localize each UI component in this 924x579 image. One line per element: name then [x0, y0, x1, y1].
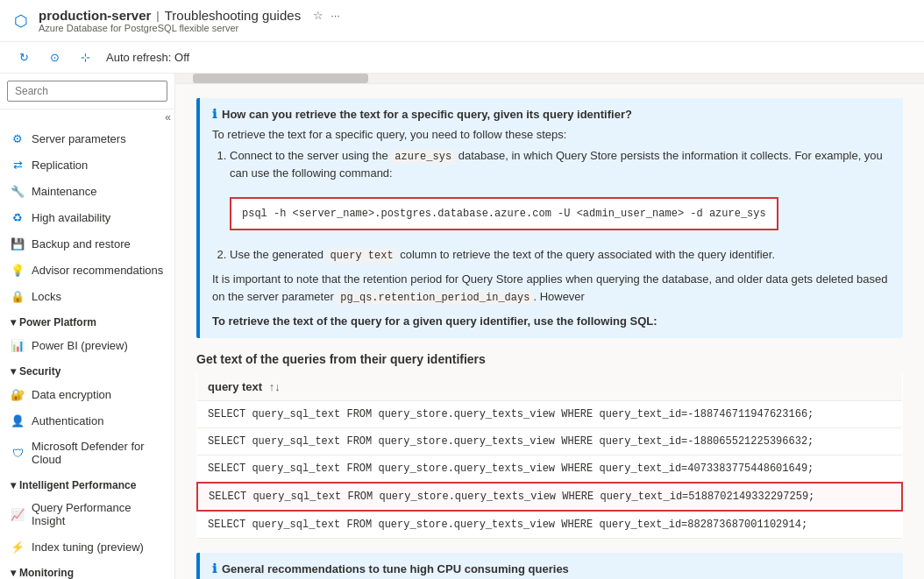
sidebar-item-replication[interactable]: ⇄ Replication	[0, 152, 174, 178]
cursor-button[interactable]: ⊹	[75, 47, 96, 67]
table-row[interactable]: SELECT query_sql_text FROM query_store.q…	[197, 483, 902, 511]
power-bi-icon: 📊	[11, 338, 25, 352]
table-header-row: query text ↑↓	[197, 373, 902, 401]
page-title: Troubleshooting guides	[165, 8, 301, 23]
star-icon[interactable]: ☆	[313, 9, 323, 22]
sidebar-item-high-availability[interactable]: ♻ High availability	[0, 204, 174, 230]
info-box-title: ℹ How can you retrieve the text for a sp…	[212, 107, 891, 121]
table-row[interactable]: SELECT query_sql_text FROM query_store.q…	[197, 511, 902, 539]
ellipsis-icon[interactable]: ···	[331, 9, 340, 22]
cursor-icon: ⊹	[81, 51, 90, 64]
section-label: Intelligent Performance	[19, 479, 136, 491]
info-note: It is important to note that the retenti…	[212, 271, 891, 306]
info-steps-2: Use the generated query text column to r…	[230, 246, 891, 264]
section-label: Power Platform	[19, 316, 96, 328]
query-text-table: query text ↑↓ SELECT query_sql_text FROM…	[196, 373, 903, 539]
chevron-down-icon: ▾	[11, 567, 16, 579]
main-content: ℹ How can you retrieve the text for a sp…	[175, 74, 924, 579]
sidebar-item-server-parameters[interactable]: ⚙ Server parameters	[0, 125, 174, 152]
info-step-2: Use the generated query text column to r…	[230, 246, 891, 264]
sidebar-item-maintenance[interactable]: 🔧 Maintenance	[0, 178, 174, 204]
auto-refresh-label: Auto refresh: Off	[106, 51, 189, 64]
refresh-icon: ↻	[19, 51, 29, 64]
sidebar-item-label: Advisor recommendations	[32, 264, 163, 277]
info-icon: ℹ	[212, 107, 217, 121]
app-logo: ⬡	[14, 11, 28, 31]
backup-restore-icon: 💾	[11, 237, 25, 251]
sidebar: « ⚙ Server parameters ⇄ Replication 🔧 Ma…	[0, 74, 175, 579]
sidebar-item-label: Replication	[32, 159, 88, 172]
header-icons: ☆ ···	[313, 9, 340, 22]
chevron-down-icon: ▾	[11, 479, 16, 491]
clock-button[interactable]: ⊙	[45, 47, 65, 67]
sidebar-item-label: Power BI (preview)	[32, 339, 128, 352]
info-steps: Connect to the server using the azure_sy…	[230, 147, 891, 182]
sidebar-item-label: Backup and restore	[32, 237, 131, 251]
sidebar-item-backup-restore[interactable]: 💾 Backup and restore	[0, 230, 174, 257]
data-encryption-icon: 🔐	[11, 387, 25, 401]
code-query-text: query text	[327, 249, 397, 263]
section-intelligent-performance[interactable]: ▾ Intelligent Performance	[0, 472, 174, 495]
info-box-query-identifier: ℹ How can you retrieve the text for a sp…	[196, 98, 903, 338]
info-box-body: To retrieve the text for a specific quer…	[212, 126, 891, 329]
refresh-button[interactable]: ↻	[14, 47, 34, 67]
query-text-cell: SELECT query_sql_text FROM query_store.q…	[197, 428, 902, 455]
sidebar-item-microsoft-defender[interactable]: 🛡 Microsoft Defender for Cloud	[0, 434, 174, 472]
header-separator: |	[156, 9, 159, 22]
section-label: Monitoring	[19, 567, 74, 579]
locks-icon: 🔒	[11, 289, 25, 303]
query-performance-icon: 📈	[11, 507, 25, 521]
table-row[interactable]: SELECT query_sql_text FROM query_store.q…	[197, 428, 902, 455]
info-icon-2: ℹ	[212, 561, 217, 575]
toolbar: ↻ ⊙ ⊹ Auto refresh: Off	[0, 42, 924, 74]
table-section: Get text of the queries from their query…	[196, 352, 903, 539]
table-row[interactable]: SELECT query_sql_text FROM query_store.q…	[197, 455, 902, 484]
section-monitoring[interactable]: ▾ Monitoring	[0, 560, 174, 579]
sidebar-item-index-tuning[interactable]: ⚡ Index tuning (preview)	[0, 533, 174, 560]
sidebar-item-label: High availability	[32, 211, 110, 224]
index-tuning-icon: ⚡	[11, 540, 25, 554]
query-text-cell: SELECT query_sql_text FROM query_store.q…	[197, 511, 902, 539]
sidebar-item-power-bi[interactable]: 📊 Power BI (preview)	[0, 332, 174, 358]
query-text-cell: SELECT query_sql_text FROM query_store.q…	[197, 483, 902, 511]
sidebar-item-label: Query Performance Insight	[32, 501, 164, 527]
info-sql-note: To retrieve the text of the query for a …	[212, 313, 891, 330]
clock-icon: ⊙	[50, 51, 60, 64]
info-box-recommendations: ℹ General recommendations to tune high C…	[196, 553, 903, 579]
sidebar-item-label: Maintenance	[32, 185, 96, 198]
query-text-cell: SELECT query_sql_text FROM query_store.q…	[197, 455, 902, 484]
sidebar-item-locks[interactable]: 🔒 Locks	[0, 283, 174, 309]
section-security[interactable]: ▾ Security	[0, 358, 174, 381]
sidebar-item-label: Microsoft Defender for Cloud	[32, 440, 164, 466]
sort-icon[interactable]: ↑↓	[269, 380, 281, 393]
command-code-block: psql -h <server_name>.postgres.database.…	[230, 197, 778, 230]
sidebar-item-label: Server parameters	[32, 132, 126, 145]
search-input[interactable]	[7, 81, 167, 102]
scrollbar-thumb[interactable]	[193, 74, 368, 83]
main-layout: « ⚙ Server parameters ⇄ Replication 🔧 Ma…	[0, 74, 924, 579]
info-box-2-title: ℹ General recommendations to tune high C…	[212, 561, 891, 575]
table-row[interactable]: SELECT query_sql_text FROM query_store.q…	[197, 401, 902, 428]
section-power-platform[interactable]: ▾ Power Platform	[0, 309, 174, 332]
chevron-down-icon: ▾	[11, 316, 16, 328]
header: ⬡ production-server | Troubleshooting gu…	[0, 0, 924, 42]
info-step-1: Connect to the server using the azure_sy…	[230, 147, 891, 182]
query-text-cell: SELECT query_sql_text FROM query_store.q…	[197, 401, 902, 428]
code-retention-param: pg_qs.retention_period_in_days	[337, 291, 533, 305]
defender-icon: 🛡	[11, 446, 25, 460]
sidebar-item-authentication[interactable]: 👤 Authentication	[0, 407, 174, 434]
sidebar-item-advisor[interactable]: 💡 Advisor recommendations	[0, 257, 174, 283]
high-availability-icon: ♻	[11, 210, 25, 224]
collapse-sidebar-button[interactable]: «	[165, 111, 171, 124]
maintenance-icon: 🔧	[11, 184, 25, 198]
code-azure-sys: azure_sys	[391, 150, 455, 164]
sidebar-item-data-encryption[interactable]: 🔐 Data encryption	[0, 381, 174, 407]
column-query-text[interactable]: query text ↑↓	[197, 373, 902, 401]
server-parameters-icon: ⚙	[11, 131, 25, 145]
table-body: SELECT query_sql_text FROM query_store.q…	[197, 401, 902, 539]
sidebar-item-label: Index tuning (preview)	[32, 540, 144, 554]
sidebar-item-label: Data encryption	[32, 388, 111, 401]
sidebar-item-query-performance[interactable]: 📈 Query Performance Insight	[0, 495, 174, 533]
horizontal-scrollbar[interactable]	[175, 74, 924, 84]
section-label: Security	[19, 365, 60, 378]
